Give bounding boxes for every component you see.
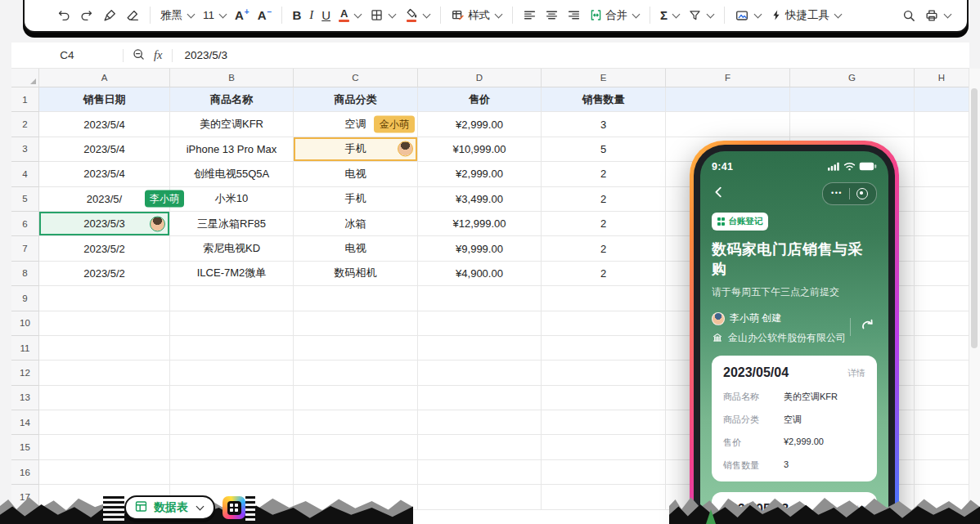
undo-button[interactable] [52, 6, 75, 25]
back-button[interactable] [712, 185, 726, 203]
insert-image-button[interactable] [731, 6, 766, 25]
cell-C8[interactable]: 数码相机 [294, 262, 418, 286]
cell-C1[interactable]: 商品分类 [294, 87, 418, 112]
cell-C4[interactable]: 电视 [294, 162, 418, 186]
cell-H11[interactable] [915, 336, 969, 361]
share-button[interactable] [859, 316, 877, 337]
cell-H13[interactable] [915, 386, 969, 410]
row-header-8[interactable]: 8 [11, 262, 39, 286]
select-all-corner[interactable] [11, 69, 39, 87]
cell-E5[interactable]: 2 [542, 187, 666, 212]
merge-cells-button[interactable]: 合并 [585, 6, 644, 25]
cell-C11[interactable] [294, 336, 418, 361]
underline-button[interactable]: U [317, 6, 335, 25]
cell-E11[interactable] [542, 336, 666, 361]
column-header-B[interactable]: B [170, 69, 294, 87]
column-header-H[interactable]: H [915, 69, 969, 87]
row-header-6[interactable]: 6 [11, 212, 39, 236]
sum-button[interactable]: Σ [656, 6, 684, 25]
row-header-13[interactable]: 13 [11, 386, 39, 410]
row-header-9[interactable]: 9 [11, 286, 39, 311]
cell-C5[interactable]: 手机 [294, 187, 418, 212]
cell-A6[interactable]: 2023/5/3 [39, 212, 170, 236]
column-header-A[interactable]: A [39, 69, 170, 87]
cell-D5[interactable]: ¥3,499.00 [418, 187, 542, 212]
formula-input[interactable]: 2023/5/3 [184, 49, 227, 61]
cell-D13[interactable] [418, 386, 542, 410]
bold-button[interactable]: B [288, 6, 305, 25]
cell-H16[interactable] [915, 460, 969, 485]
cell-H10[interactable] [915, 311, 969, 336]
font-color-button[interactable]: A [335, 6, 366, 25]
row-header-7[interactable]: 7 [11, 236, 39, 261]
detail-link[interactable]: 详情 [847, 367, 865, 379]
cell-C9[interactable] [294, 286, 418, 311]
format-painter-button[interactable] [98, 6, 121, 25]
cell-G2[interactable] [790, 112, 915, 137]
cell-H3[interactable] [915, 137, 969, 162]
cell-D17[interactable] [418, 485, 542, 509]
cell-A13[interactable] [39, 386, 170, 410]
cell-E14[interactable] [542, 410, 666, 435]
cell-B12[interactable] [170, 361, 294, 385]
cell-E16[interactable] [542, 460, 666, 485]
fill-color-button[interactable] [400, 5, 434, 25]
cell-C2[interactable]: 空调金小萌 [294, 112, 418, 137]
cell-A3[interactable]: 2023/5/4 [39, 137, 170, 162]
cell-G1[interactable] [790, 87, 915, 112]
row-header-3[interactable]: 3 [11, 137, 39, 162]
cell-C16[interactable] [294, 460, 418, 485]
cell-D10[interactable] [418, 311, 542, 336]
cell-name-box[interactable]: C4 [11, 49, 123, 61]
align-right-button[interactable] [563, 6, 585, 25]
cell-A5[interactable]: 2023/5/李小萌 [39, 187, 170, 212]
cell-B3[interactable]: iPhone 13 Pro Max [170, 137, 294, 162]
cell-B8[interactable]: ILCE-7M2微单 [170, 262, 294, 286]
row-header-1[interactable]: 1 [11, 87, 39, 112]
cell-B2[interactable]: 美的空调KFR [170, 112, 294, 137]
row-header-2[interactable]: 2 [11, 112, 39, 137]
cell-B16[interactable] [170, 460, 294, 485]
cell-C7[interactable]: 电视 [294, 236, 418, 261]
cell-B4[interactable]: 创维电视55Q5A [170, 162, 294, 186]
style-button[interactable]: 样式 [447, 6, 506, 25]
column-header-E[interactable]: E [542, 69, 666, 87]
cell-A10[interactable] [39, 311, 170, 336]
cell-B1[interactable]: 商品名称 [170, 87, 294, 112]
cell-H7[interactable] [915, 236, 969, 261]
row-header-16[interactable]: 16 [11, 460, 39, 485]
borders-button[interactable] [366, 6, 400, 25]
increase-font-button[interactable]: A+ [231, 6, 254, 25]
cell-A15[interactable] [39, 435, 170, 459]
cell-D2[interactable]: ¥2,999.00 [418, 112, 542, 137]
search-button[interactable] [897, 6, 920, 25]
cell-H15[interactable] [915, 435, 969, 459]
cell-E7[interactable]: 2 [542, 236, 666, 261]
cell-A1[interactable]: 销售日期 [39, 87, 170, 112]
cell-D7[interactable]: ¥9,999.00 [418, 236, 542, 261]
cell-A2[interactable]: 2023/5/4 [39, 112, 170, 137]
align-center-button[interactable] [541, 6, 563, 25]
cell-B14[interactable] [170, 410, 294, 435]
cell-E6[interactable]: 2 [542, 212, 666, 236]
cell-H4[interactable] [915, 162, 969, 186]
insert-function-button[interactable]: fx [154, 48, 162, 62]
row-header-10[interactable]: 10 [11, 311, 39, 336]
row-header-15[interactable]: 15 [11, 435, 39, 459]
cell-H12[interactable] [915, 361, 969, 385]
font-size-select[interactable]: 11 [199, 7, 231, 24]
row-header-14[interactable]: 14 [11, 410, 39, 435]
miniprogram-capsule[interactable]: ••• [822, 182, 877, 205]
cell-D16[interactable] [418, 460, 542, 485]
zoom-button[interactable] [132, 47, 146, 64]
cell-C15[interactable] [294, 435, 418, 459]
vertical-scrollbar-thumb[interactable] [971, 88, 978, 348]
cell-H5[interactable] [915, 187, 969, 212]
cell-D1[interactable]: 售价 [418, 87, 542, 112]
cell-H9[interactable] [915, 286, 969, 311]
column-header-C[interactable]: C [294, 69, 418, 87]
cell-E15[interactable] [542, 435, 666, 459]
cell-D12[interactable] [418, 361, 542, 385]
quick-tools-button[interactable]: 快捷工具 [766, 6, 846, 25]
cell-D11[interactable] [418, 336, 542, 361]
